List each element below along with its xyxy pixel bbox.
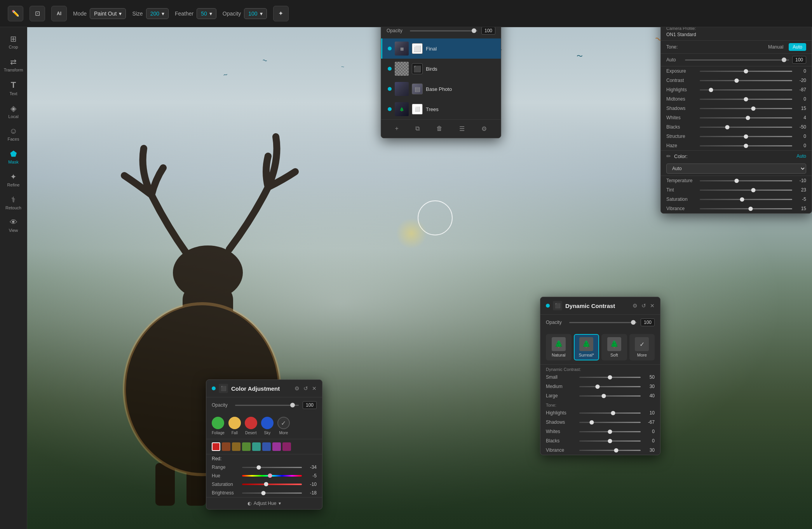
paint-tool-icon[interactable]: ✏️ xyxy=(8,6,23,21)
adj-hue-slider[interactable] xyxy=(242,475,302,477)
duplicate-layer-button[interactable]: ⧉ xyxy=(412,124,423,134)
dc-tone-thumb-highlights[interactable] xyxy=(611,411,615,415)
tone-slider-track-blacks[interactable] xyxy=(700,127,792,128)
layers-opacity-slider[interactable] xyxy=(410,30,477,31)
dc-thumb-medium[interactable] xyxy=(596,385,600,389)
color-thumb-tint[interactable] xyxy=(751,188,756,192)
color-thumb-temperature[interactable] xyxy=(735,179,739,183)
dynamic-settings-icon[interactable]: ⚙ xyxy=(633,303,638,309)
dynamic-reset-icon[interactable]: ↺ xyxy=(641,303,646,309)
ai-icon[interactable]: AI xyxy=(51,6,67,21)
color-adj-close-icon[interactable]: ✕ xyxy=(312,385,317,392)
dynamic-close-icon[interactable]: ✕ xyxy=(650,303,655,309)
opacity-dropdown[interactable]: 100 ▾ xyxy=(244,8,267,19)
tone-thumb-midtones[interactable] xyxy=(744,97,748,101)
tone-slider-track-structure[interactable] xyxy=(700,136,792,137)
adjust-icon[interactable]: ⊡ xyxy=(30,6,45,21)
tone-thumb-haze[interactable] xyxy=(744,144,748,148)
sidebar-item-retouch[interactable]: ⚕ Retouch xyxy=(2,192,25,213)
adj-hue-thumb[interactable] xyxy=(268,473,272,478)
dc-tone-thumb-blacks[interactable] xyxy=(608,439,612,443)
tone-slider-track-exposure[interactable] xyxy=(700,71,792,72)
mini-swatch-6[interactable] xyxy=(272,442,281,451)
layer-item-birds[interactable]: ⬛ Birds xyxy=(381,59,501,79)
sidebar-item-view[interactable]: 👁 View xyxy=(2,215,25,236)
tone-thumb-highlights[interactable] xyxy=(709,88,713,92)
color-thumb-vibrance[interactable] xyxy=(748,207,753,211)
layers-opacity-thumb[interactable] xyxy=(472,28,476,33)
layer-item-trees[interactable]: 🌲 ⬜ Trees xyxy=(381,99,501,119)
auto-slider-thumb[interactable] xyxy=(782,57,786,62)
color-adj-opacity-slider[interactable] xyxy=(235,405,299,406)
swatch-sky[interactable]: Sky xyxy=(261,417,274,435)
adj-bright-slider[interactable] xyxy=(242,492,302,494)
dc-slider-track-small[interactable] xyxy=(579,377,641,378)
color-slider-track-saturation[interactable] xyxy=(700,199,792,200)
mini-swatch-5[interactable] xyxy=(262,442,271,451)
swatch-desert[interactable]: Desert xyxy=(245,417,257,435)
dc-thumb-small[interactable] xyxy=(608,375,612,379)
color-slider-track-temperature[interactable] xyxy=(700,180,792,181)
tone-slider-track-whites[interactable] xyxy=(700,117,792,118)
color-adj-settings-icon[interactable]: ⚙ xyxy=(294,385,300,392)
delete-layer-button[interactable]: 🗑 xyxy=(433,124,446,134)
tone-slider-track-haze[interactable] xyxy=(700,145,792,146)
dynamic-opacity-thumb[interactable] xyxy=(631,320,636,325)
tone-slider-track-shadows[interactable] xyxy=(700,108,792,109)
tone-slider-track-highlights[interactable] xyxy=(700,89,792,90)
color-auto-button[interactable]: Auto xyxy=(796,153,806,159)
tone-thumb-blacks[interactable] xyxy=(725,125,730,129)
mini-swatch-4[interactable] xyxy=(252,442,261,451)
adj-footer[interactable]: ◐ Adjust Hue ▾ xyxy=(206,497,322,509)
feather-dropdown[interactable]: 50 ▾ xyxy=(197,8,216,19)
swatch-fall[interactable]: Fall xyxy=(228,417,241,435)
sidebar-item-transform[interactable]: ⇄ Transform xyxy=(2,54,25,75)
adj-range-slider[interactable] xyxy=(242,467,302,468)
mini-swatch-0[interactable] xyxy=(212,442,220,451)
dynamic-opacity-slider[interactable] xyxy=(569,322,637,323)
dc-slider-track-medium[interactable] xyxy=(579,386,641,387)
tone-thumb-structure[interactable] xyxy=(744,134,748,139)
dc-tone-thumb-whites[interactable] xyxy=(608,430,612,434)
mini-swatch-2[interactable] xyxy=(232,442,240,451)
sidebar-item-faces[interactable]: ☺ Faces xyxy=(2,124,25,144)
color-auto-select[interactable]: Auto xyxy=(666,164,806,174)
preset-soft[interactable]: 🌲 Soft xyxy=(601,334,627,360)
dc-thumb-large[interactable] xyxy=(602,394,606,398)
layer-dot-final[interactable] xyxy=(388,47,392,50)
layer-item-basephoto[interactable]: ▤ Base Photo xyxy=(381,79,501,99)
tone-thumb-exposure[interactable] xyxy=(744,69,748,73)
manual-tab[interactable]: Manual xyxy=(764,43,787,51)
preset-natural[interactable]: 🌲 Natural xyxy=(546,334,572,360)
layer-item-final[interactable]: ▦ ⬜ Final xyxy=(381,38,501,59)
mini-swatch-3[interactable] xyxy=(242,442,251,451)
add-layer-button[interactable]: + xyxy=(392,124,402,134)
color-slider-track-tint[interactable] xyxy=(700,190,792,191)
mini-swatch-1[interactable] xyxy=(222,442,230,451)
layer-settings-button[interactable]: ⚙ xyxy=(478,124,490,134)
dc-tone-track-shadows[interactable] xyxy=(579,422,641,423)
mode-dropdown[interactable]: Paint Out ▾ xyxy=(90,8,126,19)
swatch-foliage[interactable]: Foliage xyxy=(212,417,225,435)
swatch-more[interactable]: ✓ More xyxy=(277,417,290,435)
tone-thumb-shadows[interactable] xyxy=(751,106,756,111)
color-slider-track-vibrance[interactable] xyxy=(700,208,792,209)
wand-icon[interactable]: ✦ xyxy=(273,6,289,21)
dc-tone-track-blacks[interactable] xyxy=(579,440,641,442)
color-thumb-saturation[interactable] xyxy=(740,197,744,202)
color-adj-reset-icon[interactable]: ↺ xyxy=(303,385,308,392)
vibrance-thumb[interactable] xyxy=(614,448,618,452)
tone-slider-track-contrast[interactable] xyxy=(700,80,792,81)
color-adj-opacity-thumb[interactable] xyxy=(290,403,295,407)
adj-bright-thumb[interactable] xyxy=(261,491,266,495)
auto-slider[interactable] xyxy=(685,59,789,61)
sidebar-item-mask[interactable]: ⬟ Mask xyxy=(2,146,25,167)
tone-thumb-whites[interactable] xyxy=(746,116,750,120)
layer-dot-birds[interactable] xyxy=(388,67,392,71)
sidebar-item-local[interactable]: ◈ Local xyxy=(2,101,25,122)
preset-more[interactable]: ✓ More xyxy=(629,334,655,360)
auto-tab[interactable]: Auto xyxy=(789,43,806,51)
dc-tone-thumb-shadows[interactable] xyxy=(589,420,594,425)
dc-tone-track-highlights[interactable] xyxy=(579,412,641,414)
sidebar-item-text[interactable]: T Text xyxy=(2,77,25,99)
